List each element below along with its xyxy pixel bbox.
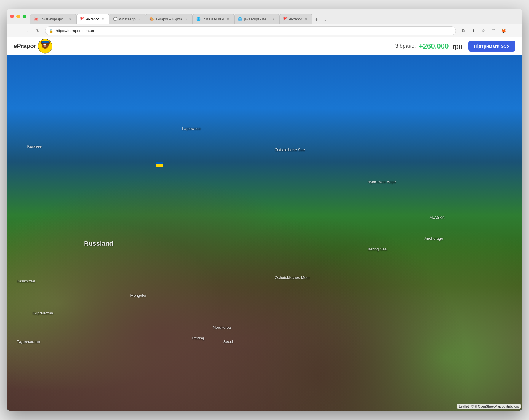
collected-section: Зібрано: +260.000 грн	[395, 42, 462, 50]
refresh-button[interactable]: ↻	[34, 27, 42, 35]
tab-eprapor[interactable]: 🚩 ePrapor ×	[77, 14, 109, 24]
logo-e: e	[14, 43, 17, 49]
tab-group-icon[interactable]: ⧉	[459, 27, 467, 35]
close-button[interactable]	[10, 15, 14, 18]
menu-icon[interactable]: ⋮	[509, 27, 518, 35]
tab-close-eprapor[interactable]: ×	[101, 17, 105, 22]
bookmark-icon[interactable]: ☆	[479, 27, 487, 35]
tab-tokariev[interactable]: 🐙 Tokariev/prapo... ×	[30, 14, 77, 24]
leaflet-text: Leaflet	[459, 405, 469, 408]
svg-point-6	[44, 45, 46, 47]
tab-close-whatsapp[interactable]: ×	[137, 17, 142, 22]
map-background	[7, 55, 522, 411]
tab-russia[interactable]: 🌐 Russia to buy ×	[192, 14, 234, 24]
tabs-container: 🐙 Tokariev/prapo... × 🚩 ePrapor × 💬 What…	[30, 9, 519, 24]
map-attribution: Leaflet | © © OpenStreetMap contributors	[457, 404, 521, 409]
tab-label-eprapor2: ePrapor	[289, 17, 302, 21]
osm-text: © OpenStreetMap contributors	[475, 405, 519, 408]
tab-label-russia: Russia to buy	[202, 17, 224, 21]
tab-label-eprapor: ePrapor	[86, 17, 99, 21]
tab-close-russia[interactable]: ×	[226, 17, 230, 22]
svg-point-4	[43, 44, 44, 45]
collected-currency: грн	[452, 43, 462, 50]
tab-close-eprapor2[interactable]: ×	[304, 17, 308, 22]
traffic-lights	[10, 15, 26, 18]
tab-whatsapp[interactable]: 💬 WhatsApp ×	[109, 14, 146, 24]
tab-icon-russia: 🌐	[196, 17, 200, 21]
lock-icon: 🔒	[49, 29, 53, 33]
tab-list-button[interactable]: ⌄	[321, 16, 329, 24]
back-button[interactable]: ←	[11, 27, 20, 35]
logo-text: ePrapor	[14, 43, 36, 49]
site-header-right: Зібрано: +260.000 грн Підтримати ЗСУ	[395, 41, 515, 52]
tab-icon-whatsapp: 💬	[113, 17, 117, 21]
logo-prapor-text: Prapor	[17, 43, 36, 49]
browser-window: 🐙 Tokariev/prapo... × 🚩 ePrapor × 💬 What…	[7, 9, 522, 411]
tab-icon-tokariev: 🐙	[34, 17, 38, 21]
tab-label-figma: ePrapor – Figma	[156, 17, 182, 21]
collected-label: Зібрано:	[395, 43, 416, 49]
tab-label-whatsapp: WhatsApp	[119, 17, 135, 21]
site-logo[interactable]: ePrapor	[14, 39, 53, 54]
fox-icon[interactable]: 🦊	[499, 27, 508, 35]
support-button[interactable]: Підтримати ЗСУ	[468, 41, 515, 52]
forward-button[interactable]: →	[23, 27, 31, 35]
tab-eprapor-figma[interactable]: 🎨 ePrapor – Figma ×	[146, 14, 192, 24]
tab-icon-figma: 🎨	[150, 17, 154, 21]
svg-point-5	[46, 44, 47, 45]
addressbar: ← → ↻ 🔒 https://eprapor.com.ua ⧉ ⬆ ☆ 🛡 🦊…	[7, 24, 522, 37]
collected-amount: +260.000 грн	[419, 42, 462, 50]
tab-icon-eprapor2: 🚩	[283, 17, 288, 21]
logo-mascot	[37, 39, 53, 54]
minimize-button[interactable]	[16, 15, 20, 18]
ukraine-marker	[156, 162, 163, 167]
url-text: https://eprapor.com.ua	[56, 28, 94, 33]
maximize-button[interactable]	[23, 15, 26, 18]
tab-javascript[interactable]: 🌐 javascript - Ite... ×	[234, 14, 280, 24]
shield-icon: 🛡	[489, 27, 498, 35]
ukraine-flag-bottom	[156, 164, 163, 167]
tab-close-figma[interactable]: ×	[184, 17, 189, 22]
tab-icon-eprapor: 🚩	[80, 17, 85, 21]
titlebar: 🐙 Tokariev/prapo... × 🚩 ePrapor × 💬 What…	[7, 9, 522, 24]
tab-close-javascript[interactable]: ×	[271, 17, 276, 22]
tab-eprapor2[interactable]: 🚩 ePrapor ×	[280, 14, 313, 24]
address-field[interactable]: 🔒 https://eprapor.com.ua	[45, 26, 456, 35]
svg-point-11	[44, 40, 46, 41]
new-tab-button[interactable]: +	[312, 16, 321, 24]
tab-close-tokariev[interactable]: ×	[68, 17, 73, 22]
share-icon[interactable]: ⬆	[469, 27, 477, 35]
ukraine-flag-top	[156, 162, 163, 164]
site-header: ePrapor	[7, 37, 522, 55]
map-container[interactable]: Russland Karasee Laptewsee Ostsibirische…	[7, 55, 522, 411]
tab-icon-javascript: 🌐	[238, 17, 242, 21]
tab-label-tokariev: Tokariev/prapo...	[40, 17, 66, 21]
tab-label-javascript: javascript - Ite...	[244, 17, 269, 21]
toolbar-icons: ⧉ ⬆ ☆ 🛡 🦊 ⋮	[459, 27, 518, 35]
